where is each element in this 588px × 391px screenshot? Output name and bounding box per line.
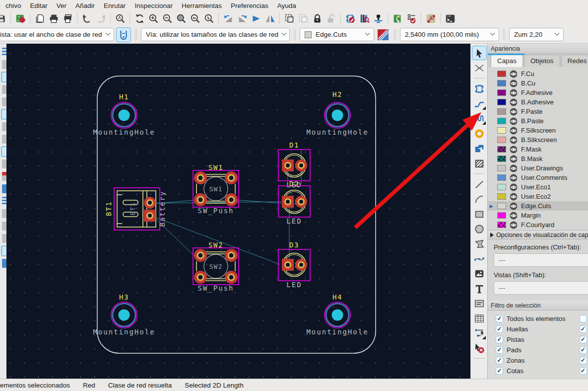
checkbox[interactable] (580, 336, 587, 343)
layer-row[interactable]: ▶ B.Cu (488, 78, 588, 88)
filter-item[interactable]: Pistas (496, 335, 566, 343)
checkbox[interactable] (496, 336, 503, 343)
layer-color-swatch[interactable] (497, 203, 506, 209)
drc-icon[interactable] (405, 12, 418, 25)
layer-visibility-eye-icon[interactable] (510, 155, 518, 163)
left-tool-partial-icon[interactable] (2, 147, 6, 156)
add-image-tool[interactable] (472, 267, 486, 280)
left-tool-partial-icon[interactable] (2, 234, 6, 243)
board-setup-icon[interactable] (14, 12, 27, 25)
layer-visibility-eye-icon[interactable] (510, 174, 518, 182)
layer-color-swatch[interactable] (497, 108, 506, 115)
layer-color-swatch[interactable] (497, 99, 506, 105)
add-footprint-tool[interactable] (472, 82, 486, 95)
filter-item[interactable]: Todos los elementos (496, 314, 566, 322)
menu-item[interactable]: chivo (1, 1, 26, 10)
net-inspector-icon[interactable] (424, 12, 437, 25)
checkbox[interactable] (580, 346, 587, 354)
left-tool-partial-icon[interactable] (2, 122, 6, 131)
checkbox[interactable] (580, 315, 587, 322)
flip-icon[interactable] (250, 12, 262, 25)
active-layer-select[interactable]: Edge.Cuts (300, 28, 374, 41)
layer-visibility-eye-icon[interactable] (510, 108, 518, 116)
layer-color-swatch[interactable] (497, 127, 506, 134)
menu-item[interactable]: Preferencias (226, 1, 273, 10)
checkbox[interactable] (580, 325, 587, 333)
layer-visibility-eye-icon[interactable] (510, 127, 518, 135)
print-icon[interactable] (47, 12, 60, 25)
add-dimension-tool[interactable] (472, 326, 486, 340)
delete-tool[interactable] (472, 341, 486, 355)
scripting-console-icon[interactable] (444, 12, 457, 25)
tab-redes[interactable]: Redes (561, 55, 588, 67)
checkbox[interactable] (580, 357, 587, 364)
menu-item[interactable]: Ayuda (273, 1, 301, 10)
checkbox[interactable] (496, 325, 503, 333)
add-textbox-tool[interactable] (472, 297, 486, 310)
layer-color-swatch[interactable] (497, 212, 506, 219)
zoom-fit-icon[interactable] (175, 12, 188, 25)
layer-row[interactable]: ▶ F.Silkscreen (488, 126, 588, 135)
plot-icon[interactable] (61, 12, 74, 25)
layer-color-swatch[interactable] (497, 146, 506, 153)
via-size-select[interactable]: Vía: utilizar los tamaños de las clases … (141, 28, 290, 41)
page-settings-icon[interactable] (33, 12, 46, 25)
zoom-objects-icon[interactable] (189, 12, 201, 25)
layer-color-swatch[interactable] (497, 137, 506, 143)
left-tool-partial-icon[interactable] (2, 85, 6, 94)
add-text-tool[interactable] (472, 282, 486, 295)
add-rule-area-tool[interactable] (472, 156, 486, 170)
add-via-tool[interactable] (472, 127, 486, 140)
tab-capas[interactable]: Capas (491, 55, 523, 67)
grid-select[interactable]: 2,5400 mm (100,00 mils) (400, 28, 499, 41)
checkbox[interactable] (496, 315, 503, 322)
layer-visibility-eye-icon[interactable] (510, 79, 518, 87)
left-tool-partial-icon[interactable] (2, 97, 6, 106)
zoom-in-icon[interactable] (147, 12, 160, 25)
menu-item[interactable]: Añadir (71, 1, 99, 10)
group-icon[interactable] (283, 12, 296, 25)
menu-item[interactable]: Inspeccionar (130, 1, 177, 10)
layer-row[interactable]: ▶ B.Paste (488, 116, 588, 126)
layer-row[interactable]: ▶ F.Adhesive (488, 88, 588, 97)
left-tool-partial-icon[interactable] (2, 184, 6, 193)
draw-circle-tool[interactable] (472, 222, 486, 235)
pcb-canvas[interactable]: H1 MountingHole H2 MountingHole H3 (6, 44, 470, 379)
layer-visibility-eye-icon[interactable] (510, 202, 518, 210)
left-tool-partial-icon[interactable] (2, 135, 6, 144)
filter-item[interactable]: Pads (496, 346, 566, 354)
left-tool-partial-icon[interactable] (2, 222, 6, 231)
draw-line-tool[interactable] (472, 177, 486, 191)
layer-color-swatch[interactable] (497, 71, 506, 77)
update-pcb-icon[interactable] (391, 12, 404, 25)
menu-item[interactable]: Herramientas (177, 1, 226, 10)
refresh-icon[interactable] (133, 12, 146, 25)
layer-visibility-eye-icon[interactable] (510, 70, 518, 78)
layer-row[interactable]: ▶ User.Eco1 (488, 182, 588, 192)
search-libraries-icon[interactable] (358, 12, 371, 25)
auto-track-width-toggle[interactable] (116, 27, 131, 42)
edit-footprint-icon[interactable] (344, 12, 357, 25)
layer-row[interactable]: ▶ F.Courtyard (488, 220, 588, 230)
layer-color-swatch[interactable] (497, 89, 506, 96)
left-tool-partial-icon[interactable] (2, 259, 6, 268)
add-table-tool[interactable] (472, 312, 486, 325)
checkbox[interactable] (496, 346, 503, 354)
layer-visibility-eye-icon[interactable] (510, 146, 518, 154)
track-width-select[interactable]: ista: usar el ancho de clase de red (0, 28, 114, 41)
layer-row[interactable]: ▶ F.Mask (488, 145, 588, 154)
layer-row[interactable]: ▶ B.Mask (488, 154, 588, 163)
layer-row[interactable]: ▶ B.Silkscreen (488, 135, 588, 145)
ungroup-icon[interactable] (297, 12, 310, 25)
layer-pair-indicator[interactable] (376, 27, 390, 42)
left-tool-partial-icon[interactable] (2, 172, 6, 181)
add-zone-tool[interactable] (472, 142, 486, 155)
layer-color-swatch[interactable] (497, 156, 506, 162)
layer-row[interactable]: ▶ User.Drawings (488, 163, 588, 173)
layer-visibility-eye-icon[interactable] (510, 117, 518, 125)
select-tool[interactable] (472, 46, 486, 60)
filter-item[interactable]: Otro (580, 367, 588, 375)
filter-item[interactable]: Elem (580, 314, 588, 322)
layer-display-options-collapsed[interactable]: Opciones de visualización de cap (488, 230, 588, 239)
save-icon[interactable] (0, 12, 7, 25)
